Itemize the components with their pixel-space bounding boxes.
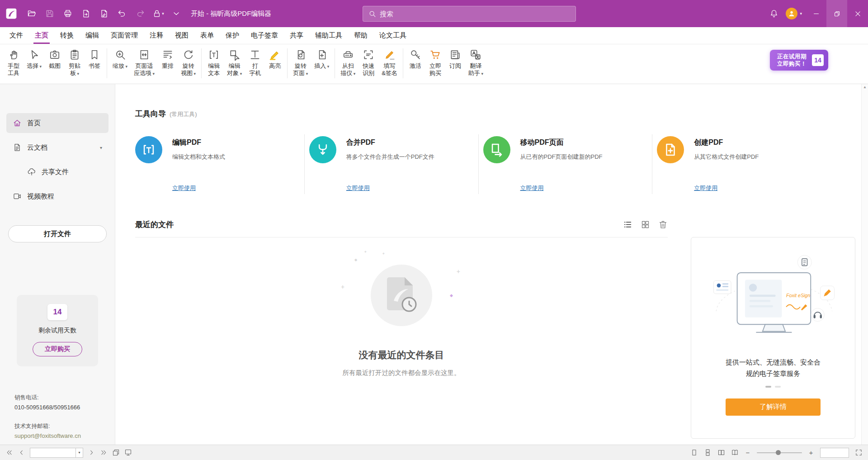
- ribbon-buy-now-button[interactable]: 立即购买: [425, 47, 445, 78]
- ribbon-rotate-pages-button[interactable]: 旋转页面 ▾: [290, 47, 311, 79]
- tool-card-move-pdf-pages[interactable]: 移动PDF页面从已有的PDF页面创建新的PDF立即使用: [479, 134, 653, 194]
- last-page-button[interactable]: [100, 449, 108, 456]
- chevron-down-icon[interactable]: ▾: [100, 145, 102, 150]
- menu-tab-protect[interactable]: 保护: [220, 27, 245, 44]
- sidebar-item-home[interactable]: 首页: [6, 113, 108, 133]
- use-now-link[interactable]: 立即使用: [520, 184, 544, 192]
- trial-days-caption: 剩余试用天数: [17, 327, 98, 335]
- search-input[interactable]: [380, 10, 570, 18]
- sidebar-item-video-tutorials[interactable]: 视频教程: [6, 186, 108, 206]
- ribbon-fill-sign-button[interactable]: 填写&签名: [378, 47, 401, 78]
- save-button[interactable]: [42, 5, 58, 22]
- ribbon-activate-button[interactable]: 激活: [406, 47, 425, 71]
- quick-access-button[interactable]: [168, 5, 184, 22]
- ribbon-snapshot-button[interactable]: 截图: [45, 47, 65, 71]
- single-page-view-button[interactable]: [690, 449, 698, 456]
- zoom-slider[interactable]: [757, 452, 802, 453]
- menu-tab-thesis-tools[interactable]: 论文工具: [373, 27, 412, 44]
- zoom-out-button[interactable]: −: [745, 449, 751, 456]
- snapshot-pages-button[interactable]: [112, 449, 120, 456]
- buy-now-button[interactable]: 立即购买: [33, 342, 82, 356]
- grid-view-button[interactable]: [641, 220, 650, 229]
- use-now-link[interactable]: 立即使用: [172, 184, 196, 192]
- support-email-link[interactable]: support@foxitsoftware.cn: [14, 432, 81, 441]
- list-view-button[interactable]: [623, 220, 632, 229]
- sidebar-item-cloud-docs[interactable]: 云文档▾: [6, 138, 108, 157]
- close-button[interactable]: [847, 0, 868, 27]
- menu-tab-e-sign[interactable]: 电子签章: [245, 27, 284, 44]
- ribbon-rotate-view-button[interactable]: 旋转视图 ▾: [178, 47, 199, 79]
- foxit-pdf-editor-window: ▾ 开始 - 福昕高级PDF编辑器 ▾ 文件主页转换编辑页面管理注释视图表单保护…: [0, 0, 868, 460]
- carousel-dot-2[interactable]: [775, 386, 781, 388]
- ribbon-subscribe-button[interactable]: 订阅: [445, 47, 465, 71]
- menu-tab-help[interactable]: 帮助: [348, 27, 373, 44]
- book-view-button[interactable]: [731, 449, 739, 456]
- ribbon-hand-tool-button[interactable]: 手型工具: [4, 47, 24, 78]
- search-box[interactable]: [363, 6, 576, 22]
- next-page-button[interactable]: [88, 449, 95, 456]
- ribbon-clipboard-button[interactable]: 剪贴板 ▾: [65, 47, 85, 79]
- learn-more-button[interactable]: 了解详情: [726, 398, 821, 416]
- prev-page-button[interactable]: [18, 449, 25, 456]
- use-now-link[interactable]: 立即使用: [346, 184, 370, 192]
- zoom-slider-thumb[interactable]: [776, 450, 781, 455]
- ribbon-reflow-button[interactable]: 重排: [158, 47, 178, 71]
- sidebar-item-shared-files[interactable]: 共享文件: [6, 162, 108, 182]
- ribbon-select-tool-button[interactable]: 选择 ▾: [24, 47, 45, 71]
- duplicate-view-button[interactable]: [124, 449, 132, 456]
- ribbon-typewriter-button[interactable]: 打字机: [245, 47, 265, 78]
- notifications-button[interactable]: [766, 5, 782, 22]
- page-number-box[interactable]: ▾: [30, 448, 83, 458]
- minimize-button[interactable]: [806, 0, 826, 27]
- export-pdf-button[interactable]: [78, 5, 94, 22]
- ribbon-quick-ocr-button[interactable]: 快速识别: [359, 47, 378, 78]
- ribbon-highlight-button[interactable]: 高亮: [265, 47, 285, 71]
- menu-tab-share[interactable]: 共享: [284, 27, 309, 44]
- first-page-button[interactable]: [5, 449, 13, 456]
- protect-button[interactable]: ▾: [150, 5, 166, 22]
- use-now-link[interactable]: 立即使用: [694, 184, 717, 192]
- ribbon-edit-object-button[interactable]: 编辑对象 ▾: [224, 47, 245, 79]
- trial-banner[interactable]: 正在试用期 立即购买！ 14: [770, 50, 828, 71]
- ribbon-translate-assistant-button[interactable]: 翻译助手 ▾: [465, 47, 486, 79]
- ribbon-page-fit-options-button[interactable]: 页面适应选项 ▾: [131, 47, 158, 79]
- open-file-button[interactable]: [24, 5, 40, 22]
- ribbon-bookmark-button[interactable]: 书签: [85, 47, 104, 71]
- continuous-view-button[interactable]: [704, 449, 712, 456]
- ribbon-zoom-button[interactable]: 缩放 ▾: [109, 47, 131, 71]
- print-button[interactable]: [60, 5, 76, 22]
- ribbon-from-scanner-button[interactable]: 从扫描仪 ▾: [337, 47, 359, 79]
- redo-button[interactable]: [132, 5, 148, 22]
- content-scrollbar[interactable]: ▲: [861, 84, 868, 445]
- menu-tab-page-management[interactable]: 页面管理: [105, 27, 144, 44]
- open-file-button[interactable]: 打开文件: [8, 225, 107, 242]
- menu-tab-home[interactable]: 主页: [29, 27, 54, 44]
- menu-tab-edit[interactable]: 编辑: [80, 27, 105, 44]
- delete-recent-button[interactable]: [658, 220, 668, 229]
- zoom-in-button[interactable]: +: [808, 449, 814, 456]
- ribbon-insert-pages-button[interactable]: 插入 ▾: [311, 47, 332, 71]
- page-number-input[interactable]: [30, 448, 75, 457]
- page-dropdown-caret-icon[interactable]: ▾: [75, 448, 83, 457]
- zoom-level-input[interactable]: [821, 448, 849, 457]
- menu-tab-comment[interactable]: 注释: [144, 27, 169, 44]
- menu-tab-form[interactable]: 表单: [194, 27, 220, 44]
- menu-tab-view[interactable]: 视图: [169, 27, 194, 44]
- fullscreen-button[interactable]: [855, 449, 863, 456]
- carousel-dot-1[interactable]: [765, 386, 771, 388]
- convert-pdf-button[interactable]: [96, 5, 112, 22]
- undo-button[interactable]: [114, 5, 130, 22]
- tool-card-text: 合并PDF将多个文件合并生成一个PDF文件立即使用: [346, 136, 470, 194]
- ribbon-edit-text-button[interactable]: 编辑文本: [204, 47, 224, 78]
- restore-button[interactable]: [826, 0, 847, 27]
- account-button[interactable]: ▾: [782, 5, 806, 22]
- scroll-up-icon[interactable]: ▲: [863, 85, 867, 89]
- menu-tab-accessibility[interactable]: 辅助工具: [309, 27, 348, 44]
- tool-card-merge-pdf[interactable]: 合并PDF将多个文件合并生成一个PDF文件立即使用: [305, 134, 479, 194]
- zoom-level-box[interactable]: [820, 448, 849, 458]
- menu-tab-file[interactable]: 文件: [4, 27, 29, 44]
- tool-card-create-pdf[interactable]: 创建PDF从其它格式文件创建PDF立即使用: [652, 134, 826, 194]
- facing-view-button[interactable]: [717, 449, 725, 456]
- menu-tab-convert[interactable]: 转换: [54, 27, 80, 44]
- tool-card-edit-pdf[interactable]: 编辑PDF编辑文档和文本格式立即使用: [135, 134, 305, 194]
